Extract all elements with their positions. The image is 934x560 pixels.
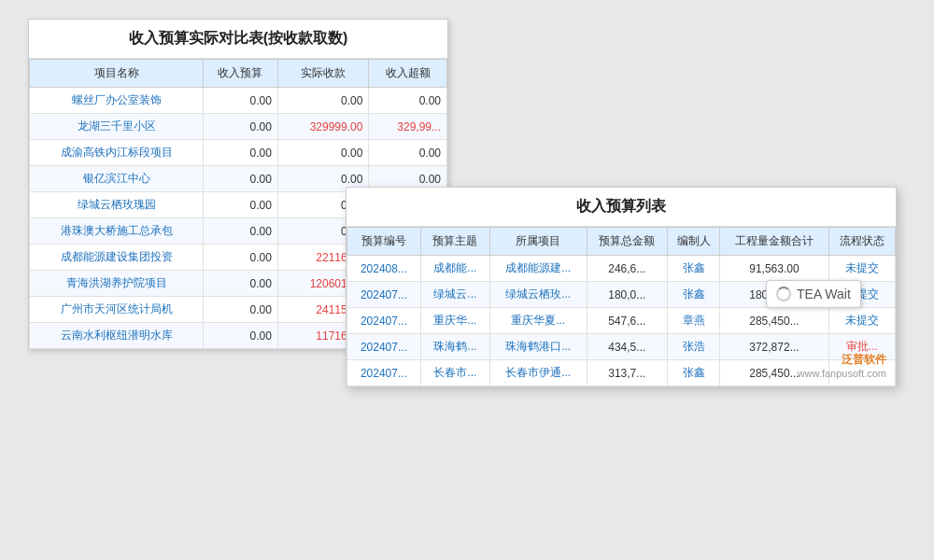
left-row-budget: 0.00	[204, 166, 278, 192]
left-row-budget: 0.00	[204, 140, 278, 166]
right-row-theme[interactable]: 绿城云...	[420, 282, 489, 308]
right-col-editor: 编制人	[667, 228, 719, 256]
right-row-eng-amount: 91,563.00	[720, 256, 828, 282]
left-row-name[interactable]: 螺丝厂办公室装饰	[30, 88, 204, 114]
right-table-header-row: 预算编号 预算主题 所属项目 预算总金额 编制人 工程量金额合计 流程状态	[347, 228, 896, 256]
right-col-id: 预算编号	[347, 228, 421, 256]
left-row-name[interactable]: 青海洪湖养护院项目	[30, 271, 204, 297]
right-row-editor[interactable]: 张浩	[667, 334, 719, 360]
right-row-id[interactable]: 202408...	[347, 256, 421, 282]
watermark: 泛普软件 www.fanpusoft.com	[798, 352, 886, 379]
left-col-actual: 实际收款	[277, 60, 369, 88]
left-row-actual: 329999.00	[277, 114, 369, 140]
left-row-name[interactable]: 银亿滨江中心	[30, 166, 204, 192]
right-row-editor[interactable]: 章燕	[667, 308, 719, 334]
right-row-theme[interactable]: 珠海鹤...	[420, 334, 489, 360]
right-row-id[interactable]: 202407...	[347, 360, 421, 386]
left-row-budget: 0.00	[204, 114, 278, 140]
right-table-title: 收入预算列表	[347, 188, 896, 227]
left-col-name: 项目名称	[30, 60, 204, 88]
right-row-project[interactable]: 绿城云栖玫...	[489, 282, 587, 308]
right-row-theme[interactable]: 成都能...	[420, 256, 489, 282]
left-row-budget: 0.00	[204, 323, 278, 349]
left-row-name[interactable]: 绿城云栖玫瑰园	[30, 192, 204, 218]
right-row-id[interactable]: 202407...	[347, 334, 421, 360]
tea-wait-overlay: TEA Wait	[766, 280, 861, 308]
left-row-exceed: 329,99...	[369, 114, 447, 140]
tea-wait-label: TEA Wait	[797, 287, 851, 301]
left-row-name[interactable]: 成渝高铁内江标段项目	[30, 140, 204, 166]
right-row-project[interactable]: 珠海鹤港口...	[489, 334, 587, 360]
right-row-amount: 547,6...	[587, 308, 667, 334]
left-row-budget: 0.00	[204, 297, 278, 323]
right-row-id[interactable]: 202407...	[347, 308, 421, 334]
table-row: 螺丝厂办公室装饰0.000.000.00	[30, 88, 447, 114]
left-row-name[interactable]: 云南水利枢纽潜明水库	[30, 323, 204, 349]
left-row-name[interactable]: 成都能源建设集团投资	[30, 245, 204, 271]
right-col-amount: 预算总金额	[587, 228, 667, 256]
table-row: 成渝高铁内江标段项目0.000.000.00	[30, 140, 447, 166]
left-row-budget: 0.00	[204, 88, 278, 114]
left-row-actual: 0.00	[277, 140, 369, 166]
watermark-url: www.fanpusoft.com	[798, 368, 886, 379]
left-col-exceed: 收入超额	[369, 60, 447, 88]
right-row-status: 未提交	[828, 308, 895, 334]
right-row-project[interactable]: 成都能源建...	[489, 256, 587, 282]
right-col-status: 流程状态	[828, 228, 895, 256]
right-row-amount: 313,7...	[587, 360, 667, 386]
right-row-amount: 246,6...	[587, 256, 667, 282]
spinner-icon	[776, 287, 791, 301]
right-row-amount: 180,0...	[587, 282, 667, 308]
left-row-name[interactable]: 广州市天河区统计局机	[30, 297, 204, 323]
right-row-id[interactable]: 202407...	[347, 282, 421, 308]
watermark-brand: 泛普软件	[842, 353, 886, 366]
right-row-project[interactable]: 长春市伊通...	[489, 360, 587, 386]
left-table-header-row: 项目名称 收入预算 实际收款 收入超额	[30, 60, 447, 88]
left-row-budget: 0.00	[204, 271, 278, 297]
left-col-budget: 收入预算	[204, 60, 278, 88]
table-row: 202408...成都能...成都能源建...246,6...张鑫91,563.…	[347, 256, 896, 282]
left-row-name[interactable]: 港珠澳大桥施工总承包	[30, 218, 204, 245]
left-row-budget: 0.00	[204, 218, 278, 245]
left-table-title: 收入预算实际对比表(按收款取数)	[29, 20, 447, 59]
left-row-actual: 0.00	[277, 88, 369, 114]
right-row-theme[interactable]: 重庆华...	[420, 308, 489, 334]
left-row-exceed: 0.00	[369, 88, 447, 114]
right-col-theme: 预算主题	[420, 228, 489, 256]
right-row-amount: 434,5...	[587, 334, 667, 360]
right-col-project: 所属项目	[489, 228, 587, 256]
right-row-theme[interactable]: 长春市...	[420, 360, 489, 386]
left-row-budget: 0.00	[204, 192, 278, 218]
left-row-budget: 0.00	[204, 245, 278, 271]
right-row-project[interactable]: 重庆华夏...	[489, 308, 587, 334]
right-row-eng-amount: 285,450...	[720, 308, 828, 334]
right-row-editor[interactable]: 张鑫	[667, 360, 719, 386]
left-row-exceed: 0.00	[369, 140, 447, 166]
left-row-name[interactable]: 龙湖三千里小区	[30, 114, 204, 140]
right-row-editor[interactable]: 张鑫	[667, 256, 719, 282]
right-row-editor[interactable]: 张鑫	[667, 282, 719, 308]
right-col-eng-amount: 工程量金额合计	[720, 228, 828, 256]
right-row-status: 未提交	[828, 256, 895, 282]
table-row: 202407...重庆华...重庆华夏...547,6...章燕285,450.…	[347, 308, 896, 334]
table-row: 龙湖三千里小区0.00329999.00329,99...	[30, 114, 447, 140]
